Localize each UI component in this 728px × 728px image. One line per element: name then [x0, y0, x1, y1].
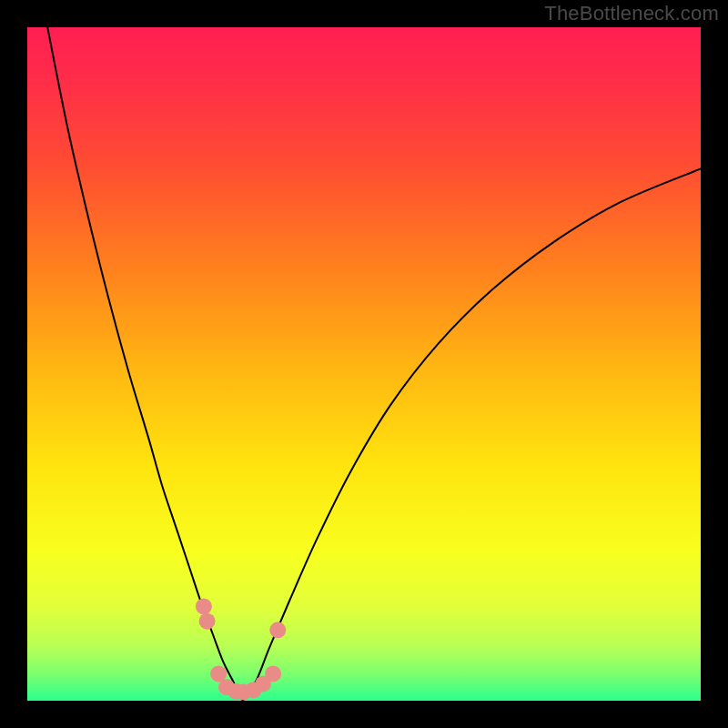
data-marker: [269, 622, 286, 638]
bottleneck-chart: [0, 0, 728, 728]
data-marker: [265, 665, 281, 682]
data-marker: [199, 613, 216, 630]
chart-frame: TheBottleneck.com: [0, 0, 728, 728]
plot-background: [27, 27, 701, 701]
watermark-text: TheBottleneck.com: [544, 2, 719, 25]
data-marker: [196, 598, 212, 614]
